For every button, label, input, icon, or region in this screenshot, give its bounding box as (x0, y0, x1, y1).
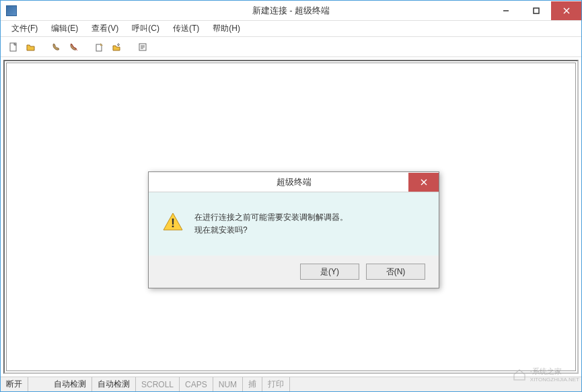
receive-icon (112, 42, 122, 52)
yes-button[interactable]: 是(Y) (300, 264, 359, 280)
open-button[interactable] (24, 40, 38, 54)
watermark-text: ·系统之家 (530, 366, 579, 377)
close-icon (563, 7, 570, 14)
new-button[interactable] (6, 40, 21, 54)
dialog-buttons: 是(Y) 否(N) (149, 256, 439, 288)
window-title: 新建连接 - 超级终端 (252, 5, 330, 17)
menu-transfer[interactable]: 传送(T) (168, 22, 205, 36)
dialog-message: 在进行连接之前可能需要安装调制解调器。 现在就安装吗? (194, 211, 348, 237)
toolbar (1, 37, 581, 57)
menu-help[interactable]: 帮助(H) (207, 22, 246, 36)
dialog-message-line1: 在进行连接之前可能需要安装调制解调器。 (194, 211, 348, 224)
close-icon (421, 179, 427, 186)
close-button[interactable] (551, 1, 581, 20)
svg-text:!: ! (171, 217, 175, 230)
no-button[interactable]: 否(N) (366, 264, 425, 280)
app-icon (6, 5, 17, 16)
minimize-icon (503, 7, 509, 14)
hangup-button[interactable] (67, 40, 81, 54)
send-icon (94, 42, 105, 52)
properties-button[interactable] (135, 40, 150, 54)
properties-icon (137, 42, 148, 52)
menu-view[interactable]: 查看(V) (86, 22, 124, 36)
status-connection: 断开 (1, 377, 28, 391)
phone-hangup-icon (69, 42, 79, 52)
dialog-body: ! 在进行连接之前可能需要安装调制解调器。 现在就安装吗? (149, 192, 439, 256)
watermark: ·系统之家 XITONGZHIJIA.NET (511, 366, 579, 383)
titlebar: 新建连接 - 超级终端 (1, 1, 581, 21)
status-capture: 捕 (243, 377, 262, 391)
svg-rect-1 (534, 8, 539, 13)
phone-icon (51, 42, 62, 52)
maximize-button[interactable] (521, 1, 551, 20)
menu-call[interactable]: 呼叫(C) (126, 22, 165, 36)
status-num: NUM (213, 377, 243, 391)
status-detect1: 自动检测 (48, 377, 92, 391)
status-print: 打印 (262, 377, 290, 391)
watermark-url: XITONGZHIJIA.NET (530, 377, 579, 383)
menubar: 文件(F) 编辑(E) 查看(V) 呼叫(C) 传送(T) 帮助(H) (1, 21, 581, 37)
minimize-button[interactable] (490, 1, 521, 20)
dialog-message-line2: 现在就安装吗? (194, 224, 348, 237)
menu-edit[interactable]: 编辑(E) (46, 22, 83, 36)
status-detect2: 自动检测 (92, 377, 136, 391)
watermark-logo-icon (511, 366, 528, 383)
dialog-close-button[interactable] (408, 173, 439, 192)
status-scroll: SCROLL (136, 377, 180, 391)
warning-icon: ! (162, 211, 184, 235)
menu-file[interactable]: 文件(F) (6, 22, 43, 36)
main-window: 新建连接 - 超级终端 文件(F) 编辑(E) 查看(V) 呼叫(C) 传送(T… (0, 0, 582, 392)
open-icon (26, 42, 36, 52)
window-controls (490, 1, 581, 20)
send-button[interactable] (92, 40, 107, 54)
receive-button[interactable] (110, 40, 124, 54)
new-doc-icon (8, 42, 19, 52)
content-area: 超级终端 ! 在进行连接之前可能需要安装调制解调器。 现在就安装吗? 是(Y) … (1, 57, 581, 377)
dialog-titlebar: 超级终端 (149, 172, 439, 192)
status-caps: CAPS (180, 377, 213, 391)
maximize-icon (533, 7, 540, 14)
statusbar: 断开 自动检测 自动检测 SCROLL CAPS NUM 捕 打印 (1, 377, 581, 391)
call-button[interactable] (49, 40, 64, 54)
dialog-title: 超级终端 (277, 176, 312, 188)
modal-dialog: 超级终端 ! 在进行连接之前可能需要安装调制解调器。 现在就安装吗? 是(Y) … (148, 171, 439, 288)
